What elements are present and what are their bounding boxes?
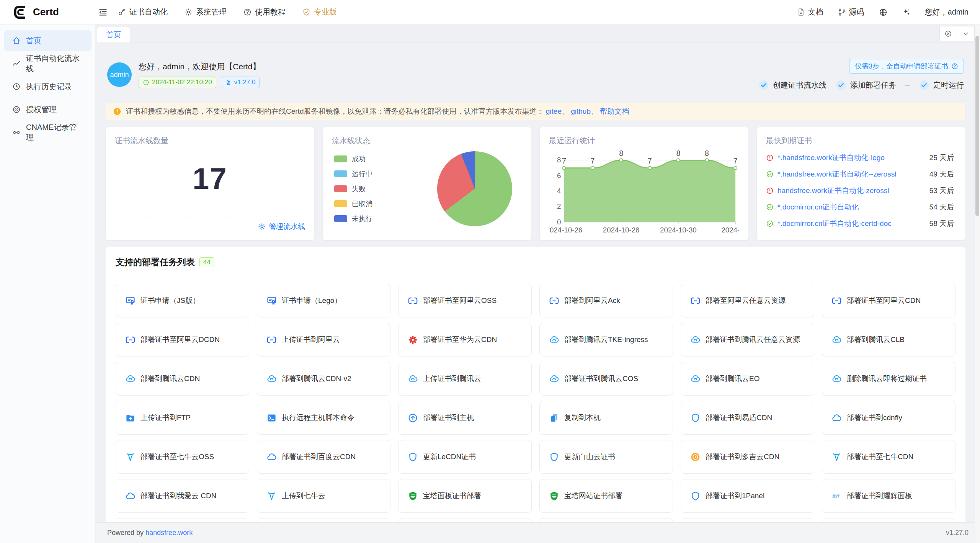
welcome-section: admin 您好，admin，欢迎使用【Certd】 2024-11-02 22… bbox=[106, 49, 965, 99]
task-card[interactable]: 宝塔网站证书部署 bbox=[539, 479, 673, 513]
cloud-icon bbox=[831, 413, 842, 423]
task-card[interactable]: 部署证书到我爱云 CDN bbox=[116, 479, 249, 513]
task-card[interactable]: 部署证书至阿里云CDN bbox=[822, 284, 956, 317]
menu-label: 证书自动化 bbox=[129, 7, 168, 17]
task-card[interactable]: 部署证书至阿里云DCDN bbox=[116, 323, 249, 357]
task-card[interactable]: 部署证书到易盾CDN bbox=[681, 401, 814, 435]
sidebar-item-cname[interactable]: CNAME记录管理 bbox=[4, 122, 91, 143]
legend-item[interactable]: 未执行 bbox=[334, 214, 372, 223]
sidebar-item-history[interactable]: 执行历史记录 bbox=[4, 76, 91, 97]
task-card[interactable]: 部署到腾讯云CDN bbox=[116, 362, 249, 396]
tab-close-button[interactable] bbox=[939, 26, 957, 41]
qiniu-icon bbox=[266, 491, 277, 501]
cert-pipeline-link[interactable]: *.handsfree.work证书自动化-lego bbox=[777, 153, 885, 163]
task-card[interactable]: 部署证书至七牛CDN bbox=[822, 440, 956, 474]
handsfree-link[interactable]: handsfree.work bbox=[145, 529, 193, 536]
svg-text:7: 7 bbox=[591, 157, 595, 165]
sidebar: 首页 证书自动化流水线 执行历史记录 授权管理 CNAME记录管理 bbox=[0, 25, 96, 543]
sidebar-item-label: 执行历史记录 bbox=[26, 82, 72, 92]
quick-guide-button[interactable]: 仅需3步，全自动申请部署证书 bbox=[849, 59, 964, 74]
theme-sparkles-icon[interactable] bbox=[902, 8, 910, 16]
task-card[interactable]: 部署证书到腾讯云任意云资源 bbox=[681, 323, 814, 357]
svg-text:7: 7 bbox=[733, 157, 738, 165]
task-card[interactable]: 部署证书到百度云CDN bbox=[257, 440, 390, 474]
sidebar-item-pipelines[interactable]: 证书自动化流水线 bbox=[4, 53, 91, 74]
logo[interactable]: Certd bbox=[0, 5, 96, 20]
shield-icon bbox=[549, 452, 559, 462]
task-card[interactable]: 上传证书到FTP bbox=[116, 401, 249, 435]
language-globe-icon[interactable] bbox=[879, 8, 887, 16]
github-link[interactable]: github bbox=[571, 107, 591, 115]
scrollbar-thumb[interactable] bbox=[975, 36, 979, 216]
menu-cert-automation[interactable]: 证书自动化 bbox=[118, 7, 168, 17]
legend-item[interactable]: 成功 bbox=[334, 154, 372, 164]
task-card[interactable]: 部署至阿里云任意云资源 bbox=[681, 284, 814, 317]
task-card[interactable]: 部署证书到1Panel bbox=[681, 479, 814, 513]
cert-pipeline-link[interactable]: *.handsfree.work证书自动化--zerossl bbox=[777, 169, 896, 179]
task-card[interactable]: 部署证书到cdnfly bbox=[822, 401, 956, 435]
task-card[interactable]: 证书申请（JS版） bbox=[116, 284, 249, 317]
cert-pipeline-link[interactable]: *.docmirror.cn证书自动化 bbox=[777, 202, 859, 212]
task-card[interactable]: 部署到腾讯云CDN-v2 bbox=[257, 362, 390, 396]
tencent-icon bbox=[690, 335, 701, 345]
task-card[interactable]: 部署到腾讯云TKE-ingress bbox=[539, 323, 673, 357]
expiring-cert-row: *.handsfree.work证书自动化-lego 25 天后 bbox=[766, 153, 956, 163]
task-card[interactable]: 上传到七牛云 bbox=[257, 479, 390, 513]
legend-item[interactable]: 失败 bbox=[334, 184, 372, 193]
step-add-deploy-task[interactable]: 添加部署任务 bbox=[836, 80, 896, 90]
task-card[interactable]: 执行远程主机脚本命令 bbox=[257, 401, 390, 435]
aliyun-icon bbox=[125, 335, 136, 345]
task-label: 宝塔网站证书部署 bbox=[564, 491, 622, 501]
task-label: 宝塔面板证书部署 bbox=[423, 491, 481, 501]
tab-home[interactable]: 首页 bbox=[97, 27, 130, 43]
menu-system-settings[interactable]: 系统管理 bbox=[185, 7, 227, 17]
sidebar-collapse-icon[interactable] bbox=[98, 7, 108, 17]
task-card[interactable]: 删除腾讯云即将过期证书 bbox=[822, 362, 956, 396]
task-card[interactable]: 部署证书到腾讯云COS bbox=[539, 362, 673, 396]
cert-pipeline-link[interactable]: handsfree.work证书自动化-zerossl bbox=[777, 186, 889, 196]
pipeline-count-card: 证书流水线数量 17 管理流水线 bbox=[106, 127, 314, 240]
page-content: admin 您好，admin，欢迎使用【Certd】 2024-11-02 22… bbox=[96, 43, 980, 543]
task-card[interactable]: 部署证书至阿里云OSS bbox=[398, 284, 532, 317]
task-card[interactable]: 部署证书至七牛云OSS bbox=[116, 440, 249, 474]
menu-tutorial[interactable]: 使用教程 bbox=[243, 7, 286, 17]
step-create-pipeline[interactable]: 创建证书流水线 bbox=[758, 80, 826, 90]
menu-pro-edition[interactable]: 专业版 bbox=[302, 7, 337, 17]
history-clock-icon bbox=[12, 82, 21, 91]
task-card[interactable]: 部署证书到主机 bbox=[398, 401, 532, 435]
task-card[interactable]: 部署到腾讯云EO bbox=[681, 362, 814, 396]
scrollbar-track[interactable] bbox=[975, 25, 980, 543]
legend-item[interactable]: 运行中 bbox=[334, 169, 372, 178]
cert-pipeline-link[interactable]: *.docmirror.cn证书自动化-certd-doc bbox=[777, 219, 892, 229]
menu-label: 系统管理 bbox=[196, 7, 227, 17]
help-doc-link[interactable]: 帮助文档 bbox=[600, 107, 629, 115]
days-remaining: 25 天后 bbox=[929, 153, 956, 163]
step-scheduled-run[interactable]: 定时运行 bbox=[919, 80, 964, 90]
task-card[interactable]: 更新白山云证书 bbox=[539, 440, 673, 474]
task-card[interactable]: 上传证书到阿里云 bbox=[257, 323, 390, 357]
time-badge: 2024-11-02 22:10:20 bbox=[139, 77, 216, 88]
task-card[interactable]: 更新LeCDN证书 bbox=[398, 440, 532, 474]
task-card[interactable]: 部署到阿里云Ack bbox=[539, 284, 673, 317]
svg-text:2024-10-30: 2024-10-30 bbox=[660, 226, 697, 234]
task-card[interactable]: 部署证书至华为云CDN bbox=[398, 323, 532, 357]
sidebar-item-home[interactable]: 首页 bbox=[4, 30, 91, 51]
tasks-title: 支持的部署任务列表 bbox=[116, 256, 195, 268]
task-card[interactable]: 证书申请（Lego） bbox=[257, 284, 390, 317]
tab-menu-button[interactable] bbox=[957, 26, 975, 41]
sidebar-item-label: CNAME记录管理 bbox=[26, 122, 83, 143]
task-card[interactable]: 宝塔面板证书部署 bbox=[398, 479, 532, 513]
gitee-link[interactable]: gitee bbox=[546, 107, 562, 115]
user-greeting[interactable]: 您好，admin bbox=[925, 7, 969, 17]
manage-pipelines-link[interactable]: 管理流水线 bbox=[258, 222, 305, 232]
task-card[interactable]: 部署证书到多吉云CDN bbox=[681, 440, 814, 474]
sidebar-item-label: 首页 bbox=[26, 36, 41, 46]
docs-link[interactable]: 文档 bbox=[797, 7, 823, 17]
task-card[interactable]: 耀辉 部署证书到耀辉面板 bbox=[822, 479, 956, 513]
task-card[interactable]: 上传证书到腾讯云 bbox=[398, 362, 532, 396]
sidebar-item-auth[interactable]: 授权管理 bbox=[4, 99, 91, 120]
task-card[interactable]: 复制到本机 bbox=[539, 401, 673, 435]
legend-item[interactable]: 已取消 bbox=[334, 199, 372, 208]
source-code-link[interactable]: 源码 bbox=[838, 7, 864, 17]
task-card[interactable]: 部署到腾讯云CLB bbox=[822, 323, 956, 357]
